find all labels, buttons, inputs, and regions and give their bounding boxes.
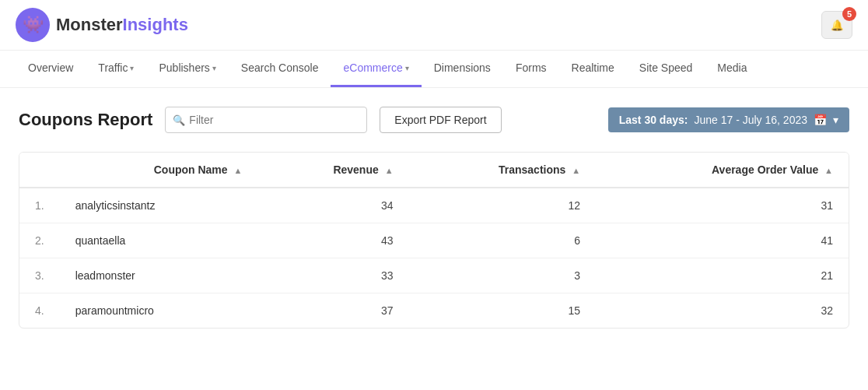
sort-asc-icon: ▲ (234, 166, 243, 175)
header-right: 🔔 5 (821, 11, 852, 39)
table-row: 1. analyticsinstantz 34 12 31 (19, 188, 849, 223)
table-row: 4. paramountmicro 37 15 32 (19, 293, 849, 329)
transactions-cell: 12 (409, 188, 597, 223)
sort-asc-icon: ▲ (572, 166, 580, 175)
coupon-name-cell: paramountmicro (60, 293, 258, 329)
revenue-cell: 43 (257, 223, 408, 258)
row-num: 3. (19, 258, 60, 293)
row-num: 2. (19, 223, 60, 258)
transactions-cell: 3 (409, 258, 597, 293)
row-num: 4. (19, 293, 60, 329)
avg-order-cell: 21 (596, 258, 849, 293)
coupons-table: Coupon Name ▲ Revenue ▲ Transactions ▲ A… (19, 153, 849, 328)
revenue-cell: 33 (257, 258, 408, 293)
nav-label-search-console: Search Console (241, 61, 319, 74)
report-title: Coupons Report (19, 110, 152, 130)
coupon-name-cell: leadmonster (60, 258, 258, 293)
nav-label-overview: Overview (28, 61, 73, 74)
chevron-down-icon: ▾ (833, 114, 838, 126)
coupons-table-wrapper: Coupon Name ▲ Revenue ▲ Transactions ▲ A… (19, 152, 849, 329)
nav-label-traffic: Traffic (98, 61, 128, 74)
logo-insights: Insights (123, 15, 188, 34)
search-icon: 🔍 (173, 114, 185, 126)
export-pdf-button[interactable]: Export PDF Report (380, 107, 501, 133)
col-transactions-label: Transactions (499, 163, 565, 176)
table-header: Coupon Name ▲ Revenue ▲ Transactions ▲ A… (19, 153, 849, 188)
revenue-cell: 37 (257, 293, 408, 329)
logo-icon: 👾 (16, 8, 50, 42)
logo: 👾 MonsterInsights (16, 8, 188, 42)
export-label: Export PDF Report (394, 114, 486, 126)
sort-asc-icon: ▲ (824, 166, 833, 175)
logo-text: MonsterInsights (56, 15, 188, 35)
row-num: 1. (19, 188, 60, 223)
nav-item-media[interactable]: Media (705, 51, 759, 87)
nav-label-ecommerce: eCommerce (343, 61, 402, 74)
col-avg-order[interactable]: Average Order Value ▲ (596, 153, 849, 188)
date-bold-label: Last 30 days: (619, 114, 688, 126)
nav-label-forms: Forms (516, 61, 547, 74)
col-revenue-label: Revenue (333, 163, 378, 176)
coupon-name-cell: quantaella (60, 223, 258, 258)
report-header: Coupons Report 🔍 Export PDF Report Last … (19, 107, 849, 133)
filter-input[interactable] (165, 107, 367, 133)
nav-item-ecommerce[interactable]: eCommerce ▾ (331, 51, 421, 87)
app-header: 👾 MonsterInsights 🔔 5 (0, 0, 868, 51)
nav-item-site-speed[interactable]: Site Speed (627, 51, 705, 87)
table-row: 3. leadmonster 33 3 21 (19, 258, 849, 293)
nav-item-overview[interactable]: Overview (16, 51, 86, 87)
nav-label-realtime: Realtime (572, 61, 614, 74)
nav-item-realtime[interactable]: Realtime (559, 51, 627, 87)
notification-badge: 5 (842, 7, 856, 21)
col-coupon-label: Coupon Name (154, 163, 228, 176)
transactions-cell: 6 (409, 223, 597, 258)
chevron-down-icon: ▾ (212, 64, 216, 72)
col-revenue[interactable]: Revenue ▲ (257, 153, 408, 188)
bell-icon: 🔔 (831, 19, 844, 31)
chevron-down-icon: ▾ (130, 64, 134, 72)
avg-order-cell: 41 (596, 223, 849, 258)
revenue-cell: 34 (257, 188, 408, 223)
nav-item-publishers[interactable]: Publishers ▾ (146, 51, 228, 87)
avg-order-cell: 32 (596, 293, 849, 329)
nav-label-publishers: Publishers (159, 61, 209, 74)
logo-monster: Monster (56, 15, 123, 34)
transactions-cell: 15 (409, 293, 597, 329)
nav-label-media: Media (717, 61, 747, 74)
nav-item-dimensions[interactable]: Dimensions (422, 51, 503, 87)
table-body: 1. analyticsinstantz 34 12 31 2. quantae… (19, 188, 849, 328)
filter-wrapper: 🔍 (165, 107, 367, 133)
main-nav: Overview Traffic ▾ Publishers ▾ Search C… (0, 51, 868, 88)
nav-label-site-speed: Site Speed (639, 61, 693, 74)
table-row: 2. quantaella 43 6 41 (19, 223, 849, 258)
calendar-icon: 📅 (814, 114, 827, 126)
col-transactions[interactable]: Transactions ▲ (409, 153, 597, 188)
nav-item-forms[interactable]: Forms (503, 51, 559, 87)
col-num (19, 153, 60, 188)
nav-label-dimensions: Dimensions (434, 61, 491, 74)
sort-asc-icon: ▲ (385, 166, 394, 175)
coupon-name-cell: analyticsinstantz (60, 188, 258, 223)
col-avg-label: Average Order Value (712, 163, 818, 176)
notification-button[interactable]: 🔔 5 (821, 11, 852, 39)
avg-order-cell: 31 (596, 188, 849, 223)
main-content: Coupons Report 🔍 Export PDF Report Last … (0, 88, 868, 347)
nav-item-traffic[interactable]: Traffic ▾ (86, 51, 146, 87)
chevron-down-icon: ▾ (405, 64, 409, 72)
nav-item-search-console[interactable]: Search Console (229, 51, 331, 87)
logo-emoji: 👾 (23, 15, 44, 35)
col-coupon-name[interactable]: Coupon Name ▲ (60, 153, 258, 188)
date-range-label: June 17 - July 16, 2023 (694, 114, 807, 126)
date-range-button[interactable]: Last 30 days: June 17 - July 16, 2023 📅 … (608, 107, 849, 132)
